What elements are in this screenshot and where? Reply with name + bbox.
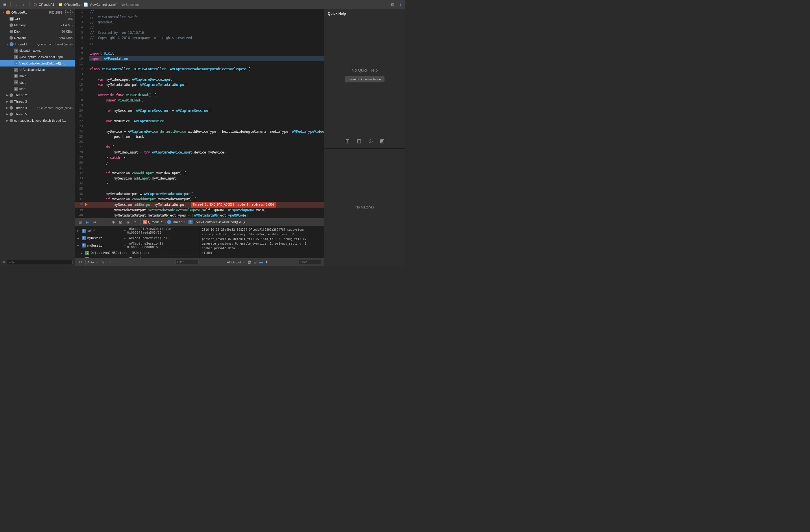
network-value: Zero KB/s (59, 36, 72, 39)
debug-memory-btn[interactable]: ⊠ (118, 220, 124, 225)
line-8: 8 (75, 46, 324, 51)
inspector-icon[interactable]: ⊡ (390, 2, 395, 7)
environment-overrides-btn[interactable]: ⟳ (132, 220, 138, 225)
filter-vars-btn[interactable]: ⊟ (108, 260, 114, 264)
line-25: 25 position: .back) (75, 134, 324, 139)
forward-button[interactable]: › (21, 2, 26, 7)
var-myDevice[interactable]: ▶ V myDevice = (AVCaptureDevice!) nil (75, 235, 199, 241)
status-icons: 🗑 ⊞ ▬ ⬇ (247, 259, 269, 265)
filter-input[interactable] (7, 260, 72, 265)
stop-btn[interactable]: ✕ (68, 11, 72, 14)
top-toolbar: ☰ ‹ › ⬡ QRcodeR1 › 📁 QRcodeR1 › 📄 ViewCo… (0, 0, 405, 9)
line-9: 9 import UIKit (75, 51, 324, 56)
bottom-status-bar: ⊟ Auto ⌄ ◎ ⊟ All Output ⌄ 🗑 ⊞ ▬ ⬇ (75, 258, 324, 266)
var-mySession[interactable]: ▶ V mySession = (AVCaptureSession!) 0x00… (75, 241, 199, 250)
network-metric[interactable]: Network Zero KB/s (0, 35, 75, 41)
quick-help-icon[interactable]: i (367, 138, 374, 146)
disk-label: Disk (14, 30, 60, 33)
step-over-btn[interactable]: ⇥ (92, 220, 97, 225)
line-11: 11 (75, 61, 324, 66)
status-center (151, 260, 223, 264)
thread1-row[interactable]: ▾ Thread 1 Queue: com...hread (serial) (0, 41, 75, 47)
frame-27[interactable]: 27 start (0, 85, 75, 92)
frame-5[interactable]: 5 -[AVCaptureSession addOutpu... (0, 54, 75, 60)
debug-thread-icon (167, 220, 171, 224)
var-device-icon: V (82, 236, 86, 240)
line-3: 3 // QRcodeR1 (75, 20, 324, 25)
frame26-label: start (19, 81, 72, 84)
frame6-label: ViewController.viewDidLoad() - ... (19, 62, 72, 65)
step-out-btn[interactable]: ↑ (105, 220, 109, 225)
disk-icon (10, 30, 13, 33)
var-self-chevron: ▶ (78, 229, 81, 232)
single-view-btn[interactable]: ▬ (258, 259, 263, 265)
search-documentation-button[interactable]: Search Documentation (345, 76, 385, 82)
thread3-chevron: ▶ (6, 100, 9, 103)
breadcrumb-folder[interactable]: QRcodeR1 (64, 3, 80, 6)
debug-toolbar: ⊟ ▶ ⇥ ↓ ↑ ⊕ ⊠ ◎ ⟳ Q QRcodeR1 › Thread 1 … (75, 218, 324, 226)
var-filter-input[interactable] (176, 260, 199, 264)
pause-btn[interactable]: ⏸ (64, 11, 68, 14)
sidebar-toggle-icon[interactable]: ☰ (2, 2, 7, 7)
var-self-icon: V (82, 229, 86, 233)
build-log-icon[interactable] (379, 138, 386, 146)
thread2-row[interactable]: ▶ Thread 2 (0, 92, 75, 98)
view-memory-btn[interactable]: ◎ (100, 260, 107, 264)
var-objc[interactable]: ▶ C ObjectiveC.NSObject (NSObject) (75, 250, 199, 256)
app-row[interactable]: ▾ QRcodeR1 PID 2891 ⏸ ✕ (0, 9, 75, 16)
split-view-btn[interactable]: ⊞ (253, 259, 257, 265)
eventfetch-thread-row[interactable]: ▶ com.apple.uikit.eventfetch-thread (… (0, 117, 75, 124)
breadcrumb-file[interactable]: ViewController.swift (90, 3, 117, 6)
var-error[interactable]: V error (Error) (75, 256, 199, 258)
thread5-icon (10, 112, 13, 116)
line-10: 10 import AVFoundation (75, 56, 324, 61)
cpu-metric[interactable]: CPU 0% (0, 16, 75, 22)
back-button[interactable]: ‹ (14, 2, 19, 7)
line-1: 1 // (75, 9, 324, 14)
frame-0[interactable]: 0 dispatch_async (0, 47, 75, 54)
frame-26[interactable]: 26 start (0, 79, 75, 85)
line-5: 5 // Created by on 10/10/16. (75, 30, 324, 35)
code-editor[interactable]: 1 // 2 // ViewController.swift 3 // QRco… (75, 9, 324, 218)
no-quick-help-section: No Quick Help Search Documentation (345, 68, 385, 86)
history-icon[interactable] (356, 138, 362, 146)
line-13: 13 (75, 72, 324, 77)
add-exception-btn[interactable]: ⊕ (111, 220, 116, 225)
thread3-row[interactable]: ▶ Thread 3 (0, 98, 75, 105)
line-23: 23 (75, 124, 324, 129)
breadcrumb-selection: No Selection (121, 3, 139, 6)
line-40: 40 myMetadataOutput.metadataObjectTypes … (75, 213, 324, 218)
line-35: 35 (75, 186, 324, 191)
jump-to-end-btn[interactable]: ⬇ (264, 259, 269, 265)
continue-btn[interactable]: ▶ (85, 220, 90, 225)
memory-value: 21.4 MB (61, 23, 72, 27)
breadcrumb: ⬡ QRcodeR1 › 📁 QRcodeR1 › 📄 ViewControll… (32, 2, 139, 7)
trash-btn[interactable]: 🗑 (247, 259, 252, 265)
memory-metric[interactable]: Memory 21.4 MB (0, 22, 75, 28)
simulate-location-btn[interactable]: ◎ (125, 220, 131, 225)
all-output-label: All Output (227, 260, 241, 264)
thread4-row[interactable]: ▶ Thread 4 Queue: com...nager (serial) (0, 105, 75, 111)
hide-variables-btn[interactable]: ⊟ (78, 260, 83, 264)
breadcrumb-sep1: › (55, 3, 56, 6)
debug-project-icon: Q (143, 220, 147, 224)
console-panel[interactable]: 2016-10-10 23:49:32.528274 QRcodeR1[2891… (200, 226, 324, 258)
frame-6[interactable]: 6 ViewController.viewDidLoad() - ... (0, 60, 75, 66)
line-29: 29 } catch { (75, 155, 324, 160)
help-icon[interactable]: ℹ (398, 2, 403, 7)
hide-debug-btn[interactable]: ⊟ (78, 220, 83, 225)
disk-metric[interactable]: Disk 96 KB/s (0, 28, 75, 35)
thread5-row[interactable]: ▶ Thread 5 (0, 111, 75, 117)
line-4: 4 // (75, 25, 324, 30)
frame-24[interactable]: 24 UIApplicationMain (0, 66, 75, 73)
project-icon: ⬡ (32, 2, 37, 7)
app-pid: PID 2891 (49, 11, 62, 14)
debug-frame-label: 6 ViewController.viewDidLoad() -> () (194, 220, 245, 224)
file-inspector-icon[interactable] (344, 138, 351, 146)
console-filter-input[interactable] (298, 260, 322, 264)
debug-breadcrumb: Q QRcodeR1 › Thread 1 › 6 6 ViewControll… (143, 220, 322, 224)
var-self[interactable]: ▶ V self = (QRcodeR1.ViewController) 0x0… (75, 226, 199, 235)
breadcrumb-project[interactable]: QRcodeR1 (39, 3, 54, 6)
frame-25[interactable]: 25 main (0, 73, 75, 79)
step-into-btn[interactable]: ↓ (99, 220, 103, 225)
